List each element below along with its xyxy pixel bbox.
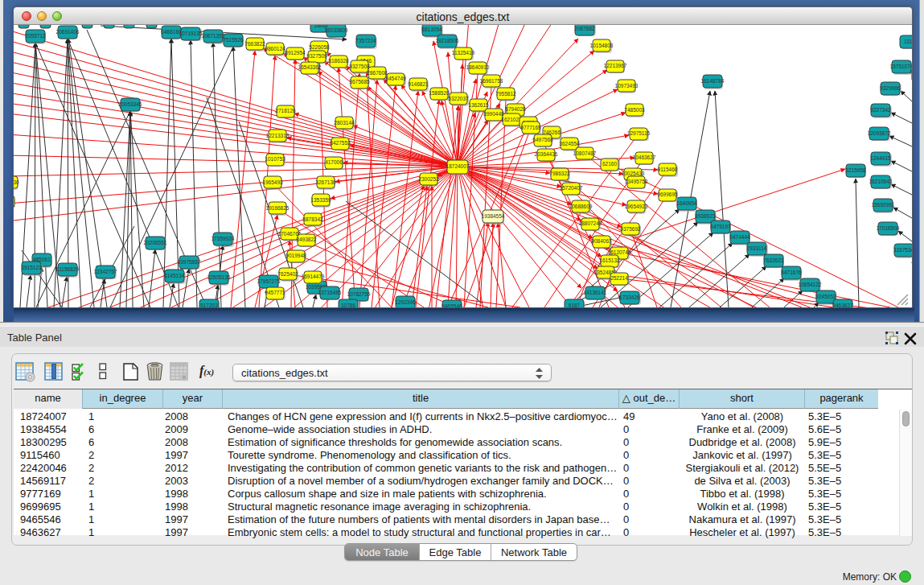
svg-text:2087682: 2087682 — [574, 26, 595, 31]
svg-text:19218506: 19218506 — [436, 38, 459, 43]
svg-text:8990448: 8990448 — [483, 111, 504, 117]
svg-text:15751074: 15751074 — [890, 64, 912, 69]
svg-text:15720407: 15720407 — [560, 185, 583, 191]
svg-text:8471676: 8471676 — [781, 270, 802, 275]
svg-text:2055712: 2055712 — [25, 33, 46, 39]
svg-text:12213313: 12213313 — [266, 133, 290, 138]
svg-text:8427552: 8427552 — [330, 140, 351, 146]
svg-text:12213967: 12213967 — [604, 63, 627, 68]
svg-text:17957275: 17957275 — [257, 278, 281, 284]
svg-text:9375692: 9375692 — [620, 226, 641, 232]
svg-text:10654122: 10654122 — [799, 282, 822, 287]
svg-text:10973493: 10973493 — [615, 83, 639, 89]
svg-text:6497568: 6497568 — [532, 137, 553, 142]
svg-text:1733426: 1733426 — [619, 295, 640, 300]
svg-text:5322037: 5322037 — [448, 96, 469, 101]
svg-text:3624554: 3624554 — [559, 141, 580, 146]
svg-text:16120746: 16120746 — [608, 249, 631, 255]
svg-text:19166825: 19166825 — [266, 205, 290, 211]
svg-text:3267130: 3267130 — [14, 179, 19, 185]
svg-text:252214: 252214 — [610, 275, 628, 281]
svg-text:1621022: 1621022 — [501, 117, 522, 122]
svg-text:20206551: 20206551 — [144, 240, 167, 245]
svg-text:10688609: 10688609 — [569, 204, 593, 209]
svg-text:20053346: 20053346 — [119, 101, 142, 107]
svg-text:2718126: 2718126 — [275, 108, 296, 113]
svg-text:17016504: 17016504 — [877, 225, 900, 231]
svg-text:1145134: 1145134 — [165, 273, 185, 278]
svg-text:7632621: 7632621 — [763, 257, 784, 263]
svg-text:9327508: 9327508 — [349, 64, 370, 69]
svg-text:10807487: 10807487 — [573, 150, 597, 156]
svg-text:1292346: 1292346 — [395, 299, 416, 305]
svg-text:13716485: 13716485 — [318, 290, 342, 295]
svg-text:15692991: 15692991 — [872, 202, 895, 208]
svg-text:1965493: 1965493 — [262, 179, 283, 185]
svg-text:1112: 1112 — [904, 39, 912, 44]
svg-text:16914479: 16914479 — [302, 274, 325, 279]
svg-text:2803144: 2803144 — [334, 120, 355, 126]
svg-text:62160: 62160 — [602, 161, 617, 167]
svg-text:10719135: 10719135 — [179, 31, 203, 36]
svg-text:9329966: 9329966 — [880, 85, 901, 91]
svg-text:9474444: 9474444 — [729, 234, 750, 240]
svg-text:7357224: 7357224 — [355, 38, 376, 43]
svg-text:9084067: 9084067 — [591, 238, 612, 244]
svg-text:9227342: 9227342 — [870, 107, 891, 113]
svg-text:917203: 917203 — [200, 303, 218, 307]
svg-text:8186328: 8186328 — [328, 58, 349, 64]
svg-text:12093872: 12093872 — [868, 130, 891, 136]
svg-text:9115460: 9115460 — [658, 167, 678, 172]
svg-text:1588520: 1588520 — [429, 90, 450, 96]
svg-text:1640954: 1640954 — [676, 200, 697, 206]
svg-text:11156829: 11156829 — [56, 266, 79, 272]
svg-text:10463627: 10463627 — [633, 154, 656, 160]
svg-text:1010753: 1010753 — [265, 156, 285, 162]
svg-text:7955812: 7955812 — [495, 91, 516, 97]
svg-text:9777169: 9777169 — [520, 125, 541, 130]
svg-text:18807249: 18807249 — [579, 220, 602, 226]
svg-text:18640910: 18640910 — [466, 64, 490, 70]
svg-text:3493822: 3493822 — [296, 237, 317, 242]
svg-text:9327509: 9327509 — [306, 53, 327, 59]
svg-text:20691406: 20691406 — [56, 29, 80, 35]
svg-text:9463627: 9463627 — [832, 303, 853, 307]
svg-text:3675685: 3675685 — [349, 79, 370, 84]
svg-text:1615132: 1615132 — [599, 257, 620, 263]
svg-text:9465546: 9465546 — [441, 303, 462, 307]
svg-text:6479197: 6479197 — [710, 224, 731, 229]
svg-text:2300253: 2300253 — [418, 176, 439, 182]
svg-text:8454749: 8454749 — [385, 76, 406, 81]
svg-text:9457771: 9457771 — [265, 290, 285, 295]
svg-text:9699695: 9699695 — [657, 192, 678, 197]
svg-text:12975115: 12975115 — [627, 130, 651, 136]
svg-text:3215958: 3215958 — [845, 167, 866, 173]
svg-text:16033809: 16033809 — [325, 27, 348, 33]
svg-text:11325419: 11325419 — [452, 50, 475, 56]
svg-text:16961758: 16961758 — [480, 78, 503, 84]
svg-text:19384554: 19384554 — [482, 213, 505, 219]
svg-text:14136141: 14136141 — [584, 290, 607, 295]
svg-text:19654923: 19654923 — [625, 204, 648, 209]
svg-text:1244415: 1244415 — [870, 155, 891, 161]
svg-text:3915123: 3915123 — [21, 265, 42, 270]
svg-text:6794028: 6794028 — [505, 106, 526, 112]
svg-text:8813054: 8813054 — [421, 27, 442, 32]
svg-text:2867608: 2867608 — [367, 70, 388, 76]
svg-text:2933114: 2933114 — [747, 245, 767, 251]
svg-text:10786: 10786 — [341, 303, 355, 307]
svg-text:16148784: 16148784 — [701, 78, 725, 84]
svg-text:13495758: 13495758 — [625, 179, 648, 184]
svg-text:20364436: 20364436 — [535, 151, 558, 157]
svg-text:8912954: 8912954 — [285, 50, 306, 56]
svg-text:1353359: 1353359 — [310, 197, 331, 203]
svg-text:417006: 417006 — [325, 159, 343, 165]
svg-text:7485003: 7485003 — [624, 107, 645, 113]
svg-text:3267130: 3267130 — [315, 179, 336, 185]
svg-text:5226058: 5226058 — [309, 44, 330, 50]
svg-text:9146821: 9146821 — [408, 81, 429, 87]
svg-text:10025433: 10025433 — [622, 171, 645, 176]
svg-text:93975867: 93975867 — [178, 259, 201, 265]
svg-text:9860124: 9860124 — [265, 46, 285, 51]
svg-text:10671355: 10671355 — [202, 33, 225, 39]
